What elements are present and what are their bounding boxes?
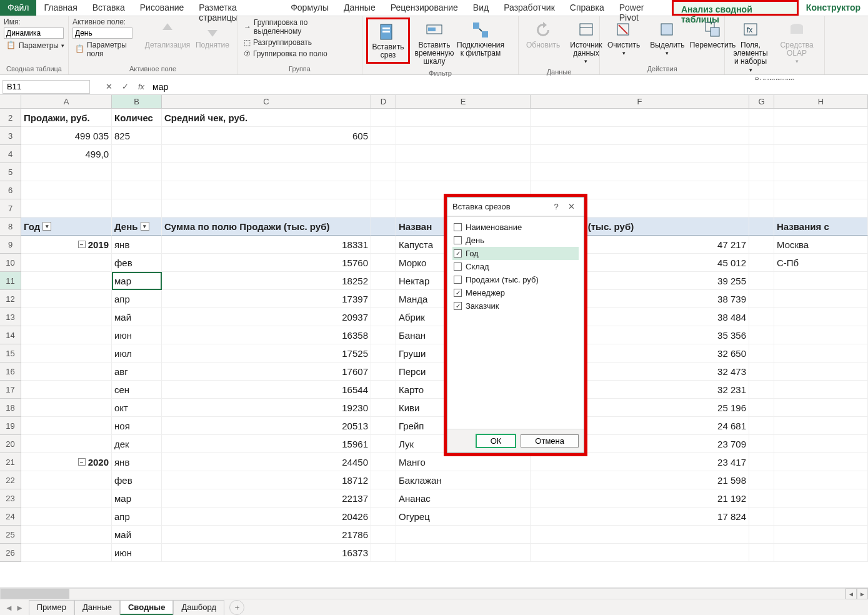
row-header-11[interactable]: 11 <box>0 272 21 290</box>
active-field-input[interactable] <box>72 28 132 39</box>
cell[interactable]: 825 <box>112 127 162 145</box>
checkbox-icon[interactable]: ✓ <box>454 302 462 310</box>
tab-help[interactable]: Справка <box>562 0 612 16</box>
sheet-nav-first-icon[interactable]: ◄ <box>5 603 13 612</box>
cell[interactable] <box>21 381 112 399</box>
row-header-9[interactable]: 9 <box>0 236 21 254</box>
cell[interactable]: 605 <box>162 127 371 145</box>
cell[interactable] <box>749 399 774 417</box>
cell[interactable]: май <box>112 308 162 326</box>
cell[interactable] <box>774 471 868 489</box>
tab-data[interactable]: Данные <box>336 0 383 16</box>
cell[interactable]: апр <box>112 508 162 526</box>
scroll-left-icon[interactable]: ◄ <box>846 588 857 599</box>
cell[interactable] <box>749 181 774 199</box>
cell[interactable] <box>371 362 396 381</box>
select-button[interactable]: Выделить▾ <box>646 18 688 59</box>
row-header-6[interactable]: 6 <box>0 181 21 199</box>
sheet-nav-last-icon[interactable]: ► <box>16 603 24 612</box>
cell[interactable]: 17607 <box>162 362 371 381</box>
cell[interactable]: Огурец <box>396 508 531 526</box>
slicer-field-item[interactable]: ✓Год <box>452 247 579 260</box>
column-header-D[interactable]: D <box>371 95 396 109</box>
field-params-button[interactable]: 📋Параметры поля <box>72 40 143 59</box>
cell[interactable]: фев <box>112 471 162 489</box>
cell[interactable]: Год▾ <box>21 218 112 236</box>
cell[interactable]: 20513 <box>162 417 371 435</box>
cell[interactable] <box>749 145 774 163</box>
cell[interactable] <box>21 508 112 526</box>
row-header-16[interactable]: 16 <box>0 362 21 381</box>
cell[interactable] <box>112 163 162 181</box>
checkbox-icon[interactable] <box>454 236 462 244</box>
row-header-13[interactable]: 13 <box>0 308 21 326</box>
cell[interactable] <box>774 308 868 326</box>
tab-draw[interactable]: Рисование <box>132 0 192 16</box>
cell[interactable] <box>21 362 112 381</box>
sheet-tab[interactable]: Сводные <box>120 600 173 615</box>
cell[interactable] <box>749 435 774 453</box>
cell[interactable] <box>371 508 396 526</box>
cell[interactable]: −2019 <box>21 236 112 254</box>
cell[interactable]: −2020 <box>21 453 112 471</box>
cell[interactable] <box>112 181 162 199</box>
cell[interactable] <box>774 381 868 399</box>
cell[interactable]: авг <box>112 362 162 381</box>
cell[interactable] <box>749 218 774 236</box>
cell[interactable] <box>21 326 112 344</box>
cell[interactable] <box>774 181 868 199</box>
cell[interactable] <box>21 181 112 199</box>
dialog-close-icon[interactable]: ✕ <box>564 199 579 214</box>
cell[interactable]: 18712 <box>162 471 371 489</box>
cell[interactable] <box>749 489 774 508</box>
cancel-edit-icon[interactable]: ✕ <box>102 81 115 93</box>
slicer-field-item[interactable]: Склад <box>452 260 579 273</box>
cell[interactable]: 16358 <box>162 326 371 344</box>
tab-insert[interactable]: Вставка <box>85 0 132 16</box>
row-header-7[interactable]: 7 <box>0 199 21 218</box>
cell[interactable] <box>371 127 396 145</box>
clear-button[interactable]: Очистить▾ <box>604 18 644 59</box>
cell[interactable]: июн <box>112 544 162 562</box>
ungroup-button[interactable]: ⬚Разгруппировать <box>241 38 314 48</box>
tab-formulas[interactable]: Формулы <box>283 0 336 16</box>
cell[interactable] <box>21 435 112 453</box>
cell[interactable]: Количес <box>112 109 162 127</box>
cell[interactable] <box>162 199 371 218</box>
cell[interactable] <box>749 362 774 381</box>
tab-pivot-analyze[interactable]: Анализ сводной таблицы <box>672 0 799 16</box>
cell[interactable]: 17397 <box>162 290 371 308</box>
cell[interactable]: Ананас <box>396 489 531 508</box>
cell[interactable] <box>371 526 396 544</box>
checkbox-icon[interactable]: ✓ <box>454 249 462 258</box>
cell[interactable] <box>749 381 774 399</box>
cell[interactable] <box>396 544 531 562</box>
checkbox-icon[interactable] <box>454 223 462 231</box>
slicer-field-item[interactable]: Наименование <box>452 221 579 234</box>
slicer-field-item[interactable]: ✓Менеджер <box>452 286 579 299</box>
cell[interactable] <box>21 272 112 290</box>
cell[interactable] <box>371 399 396 417</box>
row-header-4[interactable]: 4 <box>0 145 21 163</box>
accept-edit-icon[interactable]: ✓ <box>119 81 131 93</box>
cell[interactable] <box>396 163 531 181</box>
cell[interactable]: С-Пб <box>774 254 868 272</box>
insert-timeline-button[interactable]: Вставить временную шкалу <box>412 18 456 69</box>
cell[interactable] <box>774 199 868 218</box>
group-by-field-button[interactable]: ⑦Группировка по полю <box>241 49 330 59</box>
cell[interactable] <box>21 471 112 489</box>
cell[interactable] <box>749 471 774 489</box>
cell[interactable] <box>531 127 749 145</box>
cell[interactable]: 18331 <box>162 236 371 254</box>
cell[interactable] <box>774 272 868 290</box>
cell[interactable]: Продажи, руб. <box>21 109 112 127</box>
tab-view[interactable]: Вид <box>466 0 496 16</box>
cell[interactable] <box>749 109 774 127</box>
sheet-tab[interactable]: Данные <box>74 600 120 615</box>
cell[interactable] <box>371 381 396 399</box>
slicer-field-item[interactable]: День <box>452 234 579 247</box>
cell[interactable] <box>749 508 774 526</box>
fx-icon[interactable]: fx <box>135 81 147 93</box>
cell[interactable]: Средний чек, руб. <box>162 109 371 127</box>
new-sheet-button[interactable]: ＋ <box>229 600 244 615</box>
